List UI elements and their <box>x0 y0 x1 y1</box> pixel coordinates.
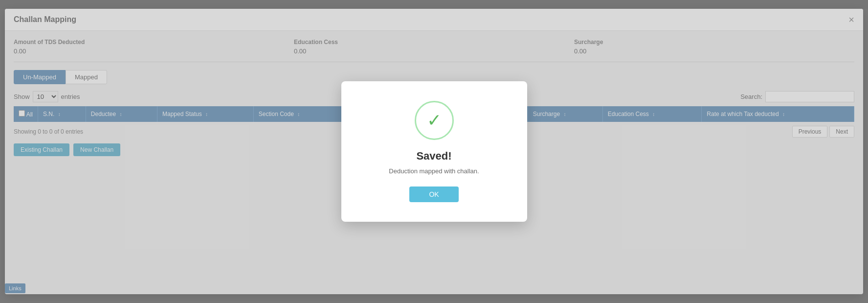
ok-button[interactable]: OK <box>409 186 458 202</box>
checkmark-icon: ✓ <box>427 112 442 129</box>
success-dialog: ✓ Saved! Deduction mapped with challan. … <box>341 81 527 222</box>
success-dialog-overlay: ✓ Saved! Deduction mapped with challan. … <box>0 0 868 303</box>
success-icon-circle: ✓ <box>415 101 454 140</box>
saved-subtitle: Deduction mapped with challan. <box>366 167 503 175</box>
saved-title: Saved! <box>366 150 503 163</box>
